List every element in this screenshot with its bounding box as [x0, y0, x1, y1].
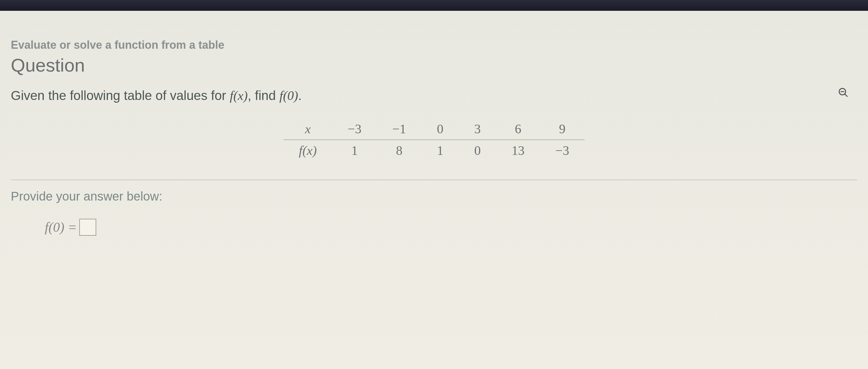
prompt-target: f(0) — [279, 89, 298, 103]
fx-value-cell: 1 — [332, 140, 377, 161]
values-table: x −3 −1 0 3 6 9 f(x) 1 8 1 0 13 −3 — [283, 119, 585, 161]
content-area: Evaluate or solve a function from a tabl… — [0, 11, 868, 245]
prompt-fx: f(x) — [230, 89, 248, 103]
answer-section: Provide your answer below: f(0) = — [11, 180, 857, 236]
fx-label-cell: f(x) — [283, 140, 332, 161]
prompt-text-suffix: . — [298, 88, 302, 103]
x-value-cell: 6 — [496, 119, 540, 140]
x-value-cell: 3 — [459, 119, 496, 140]
question-heading: Question — [11, 55, 857, 76]
answer-label: Provide your answer below: — [11, 189, 857, 203]
topic-label: Evaluate or solve a function from a tabl… — [11, 38, 857, 52]
zoom-out-icon[interactable] — [837, 86, 849, 99]
prompt-text-mid: , find — [248, 88, 279, 103]
answer-row: f(0) = — [45, 219, 857, 236]
question-prompt: Given the following table of values for … — [11, 88, 857, 103]
x-value-cell: −3 — [332, 119, 377, 140]
prompt-text-prefix: Given the following table of values for — [11, 88, 230, 103]
x-value-cell: 0 — [421, 119, 459, 140]
x-value-cell: −1 — [377, 119, 422, 140]
fx-value-cell: 13 — [496, 140, 540, 161]
fx-value-cell: 0 — [459, 140, 496, 161]
answer-input[interactable] — [79, 219, 96, 236]
fx-value-cell: 1 — [421, 140, 459, 161]
table-wrapper: x −3 −1 0 3 6 9 f(x) 1 8 1 0 13 −3 — [11, 119, 857, 161]
fx-value-cell: −3 — [540, 140, 585, 161]
x-value-cell: 9 — [540, 119, 585, 140]
table-row-x: x −3 −1 0 3 6 9 — [283, 119, 585, 140]
x-label-cell: x — [283, 119, 332, 140]
window-top-bar — [0, 0, 868, 11]
fx-value-cell: 8 — [377, 140, 422, 161]
table-row-fx: f(x) 1 8 1 0 13 −3 — [283, 140, 585, 161]
svg-line-1 — [845, 94, 848, 97]
answer-expression: f(0) = — [45, 219, 77, 235]
